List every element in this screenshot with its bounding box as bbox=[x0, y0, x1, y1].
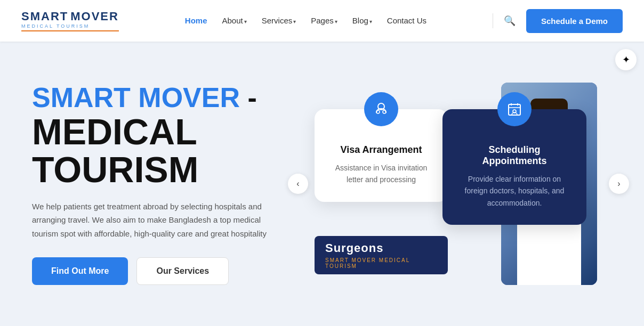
find-out-more-button[interactable]: Find Out More bbox=[32, 257, 128, 285]
surgeons-banner: Surgeons Smart Mover Medical Tourism bbox=[315, 236, 448, 274]
blog-link[interactable]: Blog▾ bbox=[352, 16, 372, 25]
home-link[interactable]: Home bbox=[185, 16, 207, 25]
blog-dropdown-icon: ▾ bbox=[369, 19, 372, 25]
services-link[interactable]: Services▾ bbox=[262, 16, 296, 25]
hero-title-dash: - bbox=[240, 82, 257, 113]
carousel-next-button[interactable]: › bbox=[609, 174, 629, 194]
logo-line bbox=[21, 30, 119, 31]
search-button[interactable]: 🔍 bbox=[502, 13, 518, 29]
about-dropdown-icon: ▾ bbox=[244, 19, 247, 25]
settings-icon: ✦ bbox=[622, 54, 630, 66]
search-icon: 🔍 bbox=[504, 15, 516, 26]
hero-section: ✦ SMART MOVER - MEDICAL TOURISM We help … bbox=[0, 42, 644, 326]
about-link[interactable]: About▾ bbox=[222, 16, 247, 25]
carousel-prev-button[interactable]: ‹ bbox=[288, 174, 308, 194]
visa-card-title: Visa Arrangement bbox=[329, 144, 433, 156]
visa-card-description: Assistance in Visa invitation letter and… bbox=[329, 162, 433, 186]
nav-pages[interactable]: Pages▾ bbox=[311, 16, 337, 26]
pages-dropdown-icon: ▾ bbox=[335, 19, 337, 25]
surgeons-sub: Smart Mover Medical Tourism bbox=[325, 257, 437, 269]
calendar-person-icon bbox=[506, 101, 522, 117]
hero-title-tourism: TOURISM bbox=[32, 151, 267, 189]
scheduling-card-title: Scheduling Appointments bbox=[457, 144, 571, 167]
nav-divider bbox=[493, 13, 493, 28]
logo-smart: SMART bbox=[21, 11, 68, 22]
hero-right: ‹ Visa Arrangement Assistance in Visa in… bbox=[299, 83, 618, 285]
schedule-demo-button[interactable]: Schedule a Demo bbox=[526, 9, 623, 33]
nav-blog[interactable]: Blog▾ bbox=[352, 16, 372, 26]
services-dropdown-icon: ▾ bbox=[293, 19, 296, 25]
scheduling-card-description: Provide clear information on foreign doc… bbox=[457, 173, 571, 209]
scheduling-card-icon-circle bbox=[497, 92, 532, 126]
nav-contact[interactable]: Contact Us bbox=[387, 16, 426, 26]
nav-services[interactable]: Services▾ bbox=[262, 16, 296, 26]
scheduling-card: Scheduling Appointments Provide clear in… bbox=[442, 109, 586, 225]
visa-card-icon-circle bbox=[364, 92, 398, 126]
chevron-right-icon: › bbox=[617, 179, 620, 189]
our-services-button[interactable]: Our Services bbox=[136, 257, 229, 285]
nav-right: 🔍 Schedule a Demo bbox=[493, 9, 623, 33]
logo-mover: MOVER bbox=[70, 11, 119, 22]
pages-link[interactable]: Pages▾ bbox=[311, 16, 337, 25]
hero-description: We help patients get treatment abroad by… bbox=[32, 200, 267, 241]
visa-card: Visa Arrangement Assistance in Visa invi… bbox=[315, 109, 448, 202]
hero-title-blue: SMART MOVER bbox=[32, 82, 240, 113]
hero-buttons: Find Out More Our Services bbox=[32, 257, 267, 285]
settings-button[interactable]: ✦ bbox=[615, 49, 637, 70]
surgeons-title: Surgeons bbox=[325, 241, 437, 255]
nav-home[interactable]: Home bbox=[185, 16, 207, 26]
nav-about[interactable]: About▾ bbox=[222, 16, 247, 26]
chevron-left-icon: ‹ bbox=[296, 179, 299, 189]
navbar: SMART MOVER MEDICAL TOURISM Home About▾ … bbox=[0, 0, 644, 42]
headset-icon bbox=[373, 101, 389, 117]
logo[interactable]: SMART MOVER MEDICAL TOURISM bbox=[21, 11, 119, 31]
hero-title-medical: MEDICAL bbox=[32, 113, 267, 151]
contact-link[interactable]: Contact Us bbox=[387, 16, 426, 25]
hero-title: SMART MOVER - MEDICAL TOURISM bbox=[32, 83, 267, 189]
cards-container: Visa Arrangement Assistance in Visa invi… bbox=[299, 83, 618, 285]
logo-sub: MEDICAL TOURISM bbox=[21, 23, 90, 29]
hero-left: SMART MOVER - MEDICAL TOURISM We help pa… bbox=[32, 83, 267, 285]
nav-links: Home About▾ Services▾ Pages▾ Blog▾ Conta… bbox=[185, 16, 426, 26]
